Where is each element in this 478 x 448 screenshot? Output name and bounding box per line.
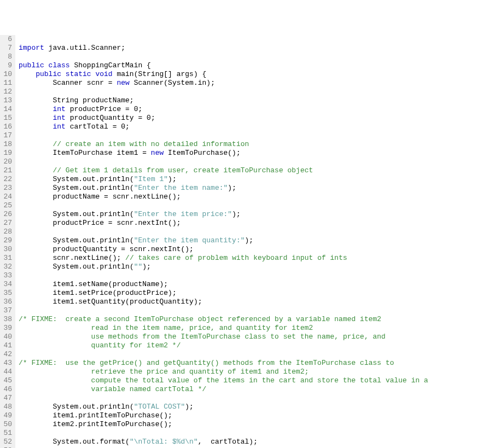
code-line: import java.util.Scanner; [19,44,125,52]
line-number: 10 [2,70,12,79]
token: ShoppingCartMain [74,61,147,69]
token: /* FIXME: create a second ItemToPurchase… [19,315,381,323]
token: println [100,184,130,192]
line-number: 18 [2,140,12,149]
code-line: Scanner scnr = new Scanner(System.in); [19,79,215,87]
code-line [19,35,23,43]
token: variable named cartTotal */ [19,385,206,393]
token: Scanner scnr [53,79,108,87]
code-area[interactable]: import java.util.Scanner; public class S… [15,35,478,448]
token: ( [130,184,134,192]
code-line [19,394,23,402]
code-line: System.out.println("Item 1"); [19,175,177,183]
token: "Enter the item price:" [134,210,232,218]
token: in [198,79,207,87]
token: System [53,438,78,446]
token: java.util.Scanner; [49,44,125,52]
token: ); [228,184,236,192]
token: ); [206,79,215,87]
token: ); [232,210,241,218]
code-line: public class ShoppingCartMain { [19,61,151,69]
token: item1 [53,280,74,288]
token: ) { [194,70,206,78]
token: out [83,175,95,183]
line-number: 48 [2,403,12,411]
token: productQuantity [70,114,138,122]
line-number: 17 [2,131,12,140]
code-line: scnr.nextLine(); // takes care of proble… [19,254,347,262]
token: productQuantity [53,245,121,253]
token: read in the item name, price, and quanti… [19,324,313,332]
token: new [116,79,133,87]
token: println [100,210,130,218]
code-line: ItemToPurchase item1 = new ItemToPurchas… [19,149,241,157]
token: (); [159,411,172,420]
token: cartTotal [211,438,249,446]
line-number: 13 [2,96,12,105]
line-number: 16 [2,123,12,131]
token: int [53,123,69,131]
token: ( [125,438,130,446]
line-number: 37 [2,306,12,315]
token: . [78,175,83,183]
line-number: 46 [2,385,12,394]
token: . [78,263,83,271]
line-number: 6 [2,35,12,44]
code-line: System.out.println("Enter the item name:… [19,184,236,192]
line-number: 40 [2,333,12,341]
line-number: 12 [2,88,12,96]
line-number: 25 [2,201,12,210]
token: out [83,210,95,218]
token: scnr [116,219,133,227]
token: import [19,44,49,52]
code-line [19,53,23,61]
code-line: int productPrice = 0; [19,105,142,113]
code-line [19,158,23,166]
token: scnr [53,254,69,262]
code-line: item1.setQuantity(productQuantity); [19,298,202,306]
code-line: System.out.println("Enter the item quant… [19,236,253,245]
token: String [138,70,164,78]
token: System [53,175,78,183]
code-line: int cartTotal = 0; [19,123,130,131]
token: public static void [36,70,116,78]
code-line: String productName; [19,96,134,104]
token: ( [130,403,134,411]
line-number: 51 [2,429,12,438]
token: System [53,236,78,245]
token: (); [181,245,194,253]
token: productName; [83,96,134,104]
token: (); [228,149,240,157]
code-line [19,201,23,210]
token: item2 [53,420,74,428]
line-number: 26 [2,210,12,219]
token: nextLine [134,193,168,201]
token: item1 [53,411,74,420]
code-line: retrieve the price and quantity of item1… [19,368,309,376]
token: = [142,149,151,157]
token: productName [53,193,104,201]
line-number: 38 [2,315,12,324]
token: println [100,175,130,183]
token: println [100,263,130,271]
token: ); [245,236,254,245]
token: args [177,70,194,78]
token: "\nTotal: $%d\n" [130,438,198,446]
token: ItemToPurchase item1 [53,149,142,157]
token: "Enter the item quantity:" [134,236,245,245]
token: (); [108,254,125,262]
token: ); [142,263,151,271]
token: productPrice [53,219,108,227]
token: nextInt [138,219,168,227]
code-line: item1.printItemToPurchase(); [19,411,172,420]
token: out [83,403,95,411]
token: int [53,105,69,113]
token: . [78,438,83,446]
token: setPrice [78,289,112,297]
token: nextLine [74,254,108,262]
line-number: 11 [2,79,12,88]
token: (); [168,193,180,201]
code-line: int productQuantity = 0; [19,114,155,122]
token: . [78,403,83,411]
line-number: 28 [2,228,12,236]
